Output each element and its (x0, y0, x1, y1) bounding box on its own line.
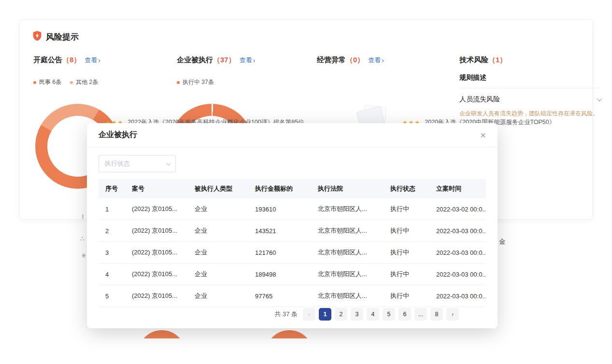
donut-fragment (265, 330, 313, 338)
table-cell: 143521 (248, 220, 311, 242)
table-cell: 2022-03-03 00:0... (429, 264, 486, 285)
shield-icon (32, 30, 42, 43)
col-header-amount: 执行金额标的 (248, 179, 311, 198)
clipped-text-fragment: e (82, 252, 85, 259)
table-cell: 北京市朝阳区人... (311, 220, 384, 242)
table-cell: 193610 (248, 198, 311, 220)
tech-risk-item-desc: 企业研发人员有流失趋势，团队稳定性存在潜在风险。 (459, 110, 600, 118)
table-cell: 189498 (248, 264, 311, 285)
table-cell: 执行中 (384, 220, 429, 242)
chevron-right-icon: › (253, 57, 256, 64)
legend-item: 民事 6条 (33, 78, 61, 86)
status-filter-select[interactable]: 执行状态 (99, 155, 176, 172)
table-cell: 企业 (188, 242, 248, 264)
table-cell: 2 (99, 220, 125, 242)
pagination-total: 共 37 条 (274, 310, 298, 319)
page-button[interactable]: 1 (319, 308, 331, 321)
table-cell: 企业 (188, 285, 248, 307)
table-cell: 企业 (188, 220, 248, 242)
table-cell: (2022) 京0105... (125, 264, 188, 285)
legend-dot (70, 81, 73, 84)
clipped-text-fragment: 金 (499, 238, 506, 246)
enforcement-table: 序号 案号 被执行人类型 执行金额标的 执行法院 执行状态 立案时间 1 (20… (99, 179, 486, 307)
prev-page-button[interactable]: ‹ (303, 308, 315, 321)
table-cell: 2022-03-03 00:0... (429, 220, 486, 242)
page-ellipsis[interactable]: ... (414, 308, 427, 321)
modal-header: 企业被执行 × (87, 123, 498, 147)
table-cell: 执行中 (384, 198, 429, 220)
risk-column-enforcement: 企业被执行 （37） 查看 › 执行中 37条 (177, 56, 255, 86)
col-header-court: 执行法院 (311, 179, 384, 198)
tech-risk-item-title: 人员流失风险 (459, 95, 500, 104)
risk-column-court-announcements: 开庭公告 （8） 查看 › 民事 6条 其他 2条 (33, 56, 100, 86)
modal-title: 企业被执行 (99, 130, 137, 140)
table-cell: 执行中 (384, 285, 429, 307)
background-chart-fragments (0, 329, 612, 338)
column-title: 经营异常 (317, 56, 346, 65)
table-cell: 5 (99, 285, 125, 307)
table-cell: 北京市朝阳区人... (311, 242, 384, 264)
table-row: 5 (2022) 京0105... 企业 97765 北京市朝阳区人... 执行… (99, 285, 486, 307)
table-cell: (2022) 京0105... (125, 220, 188, 242)
table-cell: 3 (99, 242, 125, 264)
table-cell: 2022-03-02 00:0... (429, 198, 486, 220)
table-cell: 2022-03-03 00:0... (429, 285, 486, 307)
column-count: （1） (488, 56, 507, 65)
legend-dot (33, 81, 36, 84)
column-count: （8） (62, 56, 81, 65)
table-cell: (2022) 京0105... (125, 285, 188, 307)
view-link-court[interactable]: 查看 › (85, 56, 100, 65)
table-cell: 北京市朝阳区人... (311, 198, 384, 220)
table-cell: 2022-03-03 00:0... (429, 242, 486, 264)
column-count: （0） (346, 56, 364, 65)
col-header-status: 执行状态 (384, 179, 429, 198)
close-icon[interactable]: × (480, 130, 486, 140)
panel-header: 风险提示 (32, 30, 79, 43)
column-title: 技术风险 (459, 56, 488, 65)
page: 风险提示 开庭公告 （8） 查看 › 民事 6条 其他 2条 (0, 0, 612, 364)
divider (459, 88, 600, 88)
table-cell: 企业 (188, 198, 248, 220)
col-header-case-no: 案号 (125, 179, 188, 198)
page-button[interactable]: 6 (399, 308, 411, 321)
risk-column-abnormal: 经营异常 （0） 查看 › (317, 56, 384, 65)
page-button[interactable]: 2 (335, 308, 347, 321)
column-title: 开庭公告 (33, 56, 62, 65)
table-cell: 北京市朝阳区人... (311, 285, 384, 307)
table-cell: 121760 (248, 242, 311, 264)
table-cell: 企业 (188, 264, 248, 285)
table-cell: 执行中 (384, 242, 429, 264)
page-button[interactable]: 8 (430, 308, 443, 321)
table-cell: 北京市朝阳区人... (311, 264, 384, 285)
chevron-right-icon: › (98, 57, 100, 64)
column-count: （37） (213, 56, 236, 65)
pagination: 共 37 条 ‹ 1 2 3 4 5 6 ... 8 › (274, 308, 459, 321)
risk-column-tech: 技术风险 （1） 规则描述 人员流失风险 企业研发人员有流失趋势，团队稳定性存在… (459, 56, 600, 118)
legend-enforcement: 执行中 37条 (177, 78, 255, 86)
table-cell: (2022) 京0105... (125, 198, 188, 220)
legend-item: 执行中 37条 (177, 78, 214, 86)
table-row: 4 (2022) 京0105... 企业 189498 北京市朝阳区人... 执… (99, 264, 486, 285)
page-button[interactable]: 4 (367, 308, 379, 321)
panel-title: 风险提示 (46, 31, 79, 42)
next-page-button[interactable]: › (446, 308, 459, 321)
legend-dot (177, 81, 180, 84)
table-row: 3 (2022) 京0105... 企业 121760 北京市朝阳区人... 执… (99, 242, 486, 264)
table-header-row: 序号 案号 被执行人类型 执行金额标的 执行法院 执行状态 立案时间 (99, 179, 486, 198)
table-cell: 97765 (248, 285, 311, 307)
col-header-filing-time: 立案时间 (429, 179, 486, 198)
col-header-index: 序号 (99, 179, 125, 198)
chevron-right-icon: › (382, 57, 384, 64)
page-button[interactable]: 5 (383, 308, 395, 321)
chevron-down-icon[interactable] (597, 97, 602, 101)
chevron-down-icon (166, 161, 171, 166)
donut-fragment (138, 330, 186, 338)
view-link-abnormal[interactable]: 查看 › (368, 56, 384, 65)
table-row: 2 (2022) 京0105... 企业 143521 北京市朝阳区人... 执… (99, 220, 486, 242)
col-header-person-type: 被执行人类型 (188, 179, 248, 198)
legend-court: 民事 6条 其他 2条 (33, 78, 100, 86)
view-link-enforcement[interactable]: 查看 › (240, 56, 256, 65)
legend-item: 其他 2条 (70, 78, 98, 86)
page-button[interactable]: 3 (351, 308, 363, 321)
table-cell: (2022) 京0105... (125, 242, 188, 264)
